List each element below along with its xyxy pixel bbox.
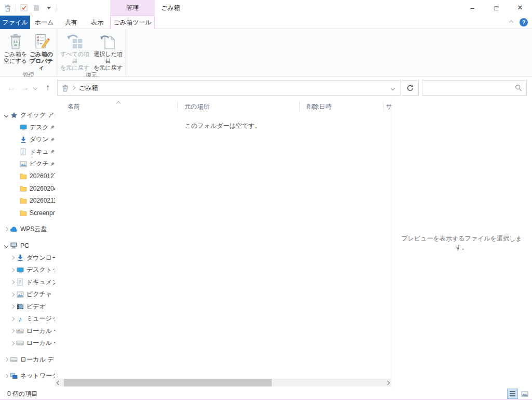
column-divider[interactable] — [177, 101, 178, 112]
folder-icon — [19, 185, 28, 192]
sidebar-item-pc-music[interactable]: ♪ ミュージック — [0, 313, 55, 325]
sidebar-item-pc-local-disk-c[interactable]: ローカル ディ — [0, 325, 55, 338]
column-header-date-deleted[interactable]: 削除日時 — [307, 100, 331, 113]
chevron-right-icon[interactable] — [10, 280, 15, 284]
chevron-right-icon[interactable] — [10, 304, 15, 309]
chevron-right-icon[interactable] — [10, 292, 15, 297]
column-header-name[interactable]: 名前 — [68, 100, 80, 113]
refresh-button[interactable] — [402, 80, 419, 96]
properties-quick-button[interactable] — [19, 2, 29, 14]
computer-icon — [9, 242, 18, 249]
sidebar-item-pc[interactable]: PC — [0, 239, 55, 252]
minimize-button[interactable]: – — [460, 0, 484, 16]
details-view-button[interactable] — [507, 389, 518, 399]
address-dropdown[interactable] — [391, 84, 394, 91]
star-icon — [9, 112, 18, 119]
column-divider[interactable] — [299, 101, 300, 112]
sidebar-item-folder-20260211[interactable]: 20260211- — [0, 195, 55, 207]
view-toggles — [507, 389, 530, 399]
address-bar[interactable]: ごみ箱 — [57, 80, 401, 96]
sidebar-item-quick-access[interactable]: クイック アクセ — [0, 109, 55, 122]
scrollbar-track[interactable] — [62, 379, 384, 386]
up-button[interactable]: ↑ — [42, 77, 54, 99]
empty-recycle-bin-button[interactable]: ごみ箱を 空にする — [3, 31, 29, 71]
recent-locations-dropdown[interactable] — [31, 77, 39, 99]
chevron-right-icon[interactable] — [10, 268, 15, 272]
restore-all-items-button[interactable]: すべての項目 を元に戻す — [58, 31, 91, 71]
documents-icon — [16, 278, 24, 286]
sidebar-item-folder-20260204[interactable]: 20260204- — [0, 182, 55, 195]
sidebar-item-pc-local-disk-d[interactable]: ローカル ディ — [0, 337, 55, 350]
tab-recycle-bin-tools[interactable]: ごみ箱ツール — [110, 16, 155, 29]
sidebar-item-documents-pinned[interactable]: ドキュメン — [0, 146, 55, 158]
chevron-right-icon[interactable] — [4, 374, 8, 378]
tab-view[interactable]: 表示 — [84, 16, 110, 29]
breadcrumb[interactable]: ごみ箱 — [79, 84, 98, 92]
forward-button[interactable]: → — [19, 77, 31, 99]
downloads-icon — [16, 254, 24, 261]
chevron-right-icon[interactable] — [10, 341, 15, 345]
collapse-ribbon-icon[interactable] — [509, 20, 513, 24]
chevron-right-icon[interactable] — [4, 357, 8, 362]
help-icon[interactable]: ? — [520, 18, 528, 26]
sidebar-item-wps-cloud[interactable]: WPS云盘 — [0, 223, 55, 236]
folder-icon — [19, 197, 28, 204]
chevron-right-icon[interactable] — [10, 329, 15, 333]
close-button[interactable]: × — [508, 0, 532, 16]
sidebar-item-pc-videos[interactable]: ビデオ — [0, 301, 55, 313]
sidebar-item-folder-20260127[interactable]: 20260127- — [0, 170, 55, 183]
ribbon-tab-row: ファイル ホーム 共有 表示 ごみ箱ツール ? — [0, 16, 532, 29]
sidebar-item-pictures-pinned[interactable]: ピクチャ — [0, 158, 55, 170]
content-area: クイック アクセ デスクト ダウンロ ドキュメン ピクチャ — [0, 99, 532, 388]
horizontal-scrollbar[interactable] — [55, 379, 391, 386]
chevron-down-icon — [391, 86, 395, 90]
minimize-icon: – — [470, 4, 474, 12]
sidebar-item-local-disk[interactable]: ローカル ディス — [0, 354, 55, 366]
scrollbar-thumb[interactable] — [64, 379, 272, 386]
new-folder-quick-button[interactable] — [32, 2, 41, 14]
recycle-bin-small-icon — [3, 2, 12, 14]
column-header-original-location[interactable]: 元の場所 — [184, 100, 209, 113]
chevron-right-icon[interactable] — [10, 317, 15, 321]
breadcrumb-chevron-icon[interactable] — [71, 86, 75, 90]
search-icon[interactable] — [515, 84, 522, 91]
os-disk-icon — [16, 328, 24, 334]
sidebar-item-pc-desktop[interactable]: デスクトップ — [0, 264, 55, 276]
navigation-bar: ← → ↑ ごみ箱 — [0, 77, 532, 99]
ribbon-group-manage: ごみ箱を 空にする ごみ箱の プロパティ 管理 — [0, 29, 57, 76]
maximize-icon: □ — [494, 4, 498, 12]
scroll-right-icon[interactable] — [384, 379, 391, 386]
large-icons-view-button[interactable] — [519, 389, 530, 399]
sidebar-item-folder-screenpresso[interactable]: Screenpre — [0, 207, 55, 219]
sidebar-item-desktop-pinned[interactable]: デスクト — [0, 122, 55, 134]
recycle-bin-properties-icon — [33, 32, 50, 51]
maximize-button[interactable]: □ — [484, 0, 508, 16]
sidebar-item-downloads-pinned[interactable]: ダウンロ — [0, 134, 55, 146]
pin-icon — [50, 125, 55, 130]
up-icon: ↑ — [46, 83, 50, 93]
back-button[interactable]: ← — [5, 77, 18, 99]
scroll-left-icon[interactable] — [55, 379, 62, 386]
recycle-bin-properties-button[interactable]: ごみ箱の プロパティ — [29, 31, 55, 71]
chevron-down-icon[interactable] — [4, 244, 8, 248]
chevron-right-icon[interactable] — [4, 227, 8, 231]
search-input[interactable] — [422, 81, 515, 95]
column-headers: 名前 元の場所 削除日時 サ — [55, 100, 391, 113]
tab-file[interactable]: ファイル — [0, 16, 30, 29]
preview-pane: プレビューを表示するファイルを選択します。 — [391, 99, 532, 388]
sidebar-item-pc-pictures[interactable]: ピクチャ — [0, 288, 55, 301]
customize-toolbar-dropdown[interactable] — [44, 2, 54, 14]
downloads-icon — [19, 136, 28, 143]
tab-share[interactable]: 共有 — [58, 16, 84, 29]
sidebar-item-network[interactable]: ネットワーク — [0, 370, 55, 382]
sidebar-item-pc-documents[interactable]: ドキュメント — [0, 276, 55, 289]
chevron-right-icon[interactable] — [10, 256, 15, 260]
folder-icon — [19, 210, 28, 216]
recycle-bin-location-icon — [62, 84, 69, 92]
column-divider[interactable] — [383, 101, 383, 112]
restore-selected-items-button[interactable]: 選択した項目 を元に戻す — [91, 31, 125, 71]
pin-icon — [50, 137, 55, 142]
sidebar-item-pc-downloads[interactable]: ダウンロード — [0, 252, 55, 264]
tab-home[interactable]: ホーム — [30, 16, 58, 29]
chevron-down-icon[interactable] — [4, 113, 8, 117]
